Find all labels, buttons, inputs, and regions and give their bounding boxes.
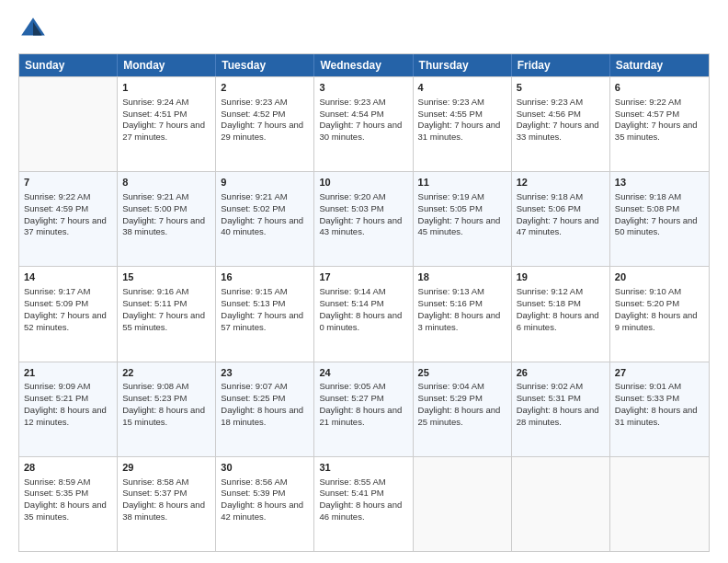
sunrise: Sunrise: 9:01 AM [615, 381, 681, 391]
sunrise: Sunrise: 9:23 AM [517, 97, 583, 107]
logo [18, 15, 53, 44]
day-number: 6 [615, 81, 704, 95]
sunset: Sunset: 5:35 PM [24, 488, 88, 498]
day-number: 12 [517, 176, 605, 190]
day-number: 5 [517, 81, 605, 95]
calendar-cell: 23Sunrise: 9:07 AMSunset: 5:25 PMDayligh… [216, 362, 314, 456]
calendar-cell: 19Sunrise: 9:12 AMSunset: 5:18 PMDayligh… [512, 267, 610, 361]
sunset: Sunset: 4:55 PM [418, 109, 483, 119]
daylight: Daylight: 7 hours and 27 minutes. [122, 120, 205, 142]
logo-icon [18, 15, 48, 44]
day-number: 3 [319, 81, 407, 95]
calendar-row: 1Sunrise: 9:24 AMSunset: 4:51 PMDaylight… [19, 76, 709, 171]
day-number: 1 [122, 81, 210, 95]
daylight: Daylight: 8 hours and 3 minutes. [418, 310, 501, 332]
sunrise: Sunrise: 8:58 AM [122, 477, 188, 487]
daylight: Daylight: 7 hours and 33 minutes. [517, 120, 599, 142]
sunset: Sunset: 5:29 PM [418, 393, 483, 403]
calendar-body: 1Sunrise: 9:24 AMSunset: 4:51 PMDaylight… [19, 76, 709, 551]
day-number: 29 [122, 461, 210, 475]
daylight: Daylight: 8 hours and 38 minutes. [122, 500, 205, 522]
calendar-header: SundayMondayTuesdayWednesdayThursdayFrid… [19, 54, 709, 76]
sunrise: Sunrise: 9:12 AM [517, 286, 583, 296]
sunrise: Sunrise: 9:21 AM [122, 191, 188, 201]
sunset: Sunset: 4:51 PM [122, 109, 187, 119]
sunrise: Sunrise: 8:56 AM [221, 477, 287, 487]
calendar-cell: 16Sunrise: 9:15 AMSunset: 5:13 PMDayligh… [216, 267, 314, 361]
day-number: 7 [24, 176, 112, 190]
sunrise: Sunrise: 9:18 AM [615, 191, 681, 201]
day-number: 26 [517, 366, 605, 380]
sunset: Sunset: 5:08 PM [615, 203, 679, 213]
calendar-cell: 5Sunrise: 9:23 AMSunset: 4:56 PMDaylight… [512, 77, 610, 171]
sunrise: Sunrise: 9:23 AM [221, 97, 287, 107]
daylight: Daylight: 7 hours and 45 minutes. [418, 215, 501, 237]
day-number: 21 [24, 366, 112, 380]
calendar-cell: 28Sunrise: 8:59 AMSunset: 5:35 PMDayligh… [19, 457, 118, 551]
day-number: 13 [615, 176, 704, 190]
sunrise: Sunrise: 9:05 AM [319, 381, 385, 391]
sunrise: Sunrise: 8:59 AM [24, 477, 90, 487]
weekday-header: Saturday [610, 54, 709, 76]
day-number: 14 [24, 270, 112, 284]
daylight: Daylight: 7 hours and 35 minutes. [615, 120, 698, 142]
calendar-cell: 29Sunrise: 8:58 AMSunset: 5:37 PMDayligh… [118, 457, 216, 551]
calendar-cell: 13Sunrise: 9:18 AMSunset: 5:08 PMDayligh… [610, 172, 709, 266]
weekday-header: Monday [118, 54, 216, 76]
day-number: 24 [319, 366, 407, 380]
calendar-row: 7Sunrise: 9:22 AMSunset: 4:59 PMDaylight… [19, 171, 709, 266]
daylight: Daylight: 7 hours and 40 minutes. [221, 215, 303, 237]
weekday-header: Sunday [19, 54, 118, 76]
sunset: Sunset: 5:33 PM [615, 393, 679, 403]
daylight: Daylight: 8 hours and 42 minutes. [221, 500, 303, 522]
day-number: 11 [418, 176, 506, 190]
sunset: Sunset: 5:11 PM [122, 298, 187, 308]
day-number: 22 [122, 366, 210, 380]
day-number: 2 [221, 81, 309, 95]
sunset: Sunset: 5:13 PM [221, 298, 285, 308]
day-number: 4 [418, 81, 506, 95]
sunset: Sunset: 5:05 PM [418, 203, 483, 213]
sunrise: Sunrise: 9:16 AM [122, 286, 188, 296]
calendar-cell: 25Sunrise: 9:04 AMSunset: 5:29 PMDayligh… [414, 362, 512, 456]
sunset: Sunset: 5:06 PM [517, 203, 581, 213]
calendar-cell: 30Sunrise: 8:56 AMSunset: 5:39 PMDayligh… [216, 457, 314, 551]
calendar-cell: 2Sunrise: 9:23 AMSunset: 4:52 PMDaylight… [216, 77, 314, 171]
calendar-cell: 17Sunrise: 9:14 AMSunset: 5:14 PMDayligh… [314, 267, 413, 361]
day-number: 20 [615, 270, 704, 284]
sunset: Sunset: 5:37 PM [122, 488, 187, 498]
sunrise: Sunrise: 9:22 AM [24, 191, 90, 201]
daylight: Daylight: 8 hours and 31 minutes. [615, 405, 698, 427]
sunset: Sunset: 5:14 PM [319, 298, 383, 308]
daylight: Daylight: 7 hours and 55 minutes. [122, 310, 205, 332]
weekday-header: Tuesday [216, 54, 314, 76]
day-number: 27 [615, 366, 704, 380]
sunrise: Sunrise: 9:07 AM [221, 381, 287, 391]
calendar-cell: 15Sunrise: 9:16 AMSunset: 5:11 PMDayligh… [118, 267, 216, 361]
sunrise: Sunrise: 9:08 AM [122, 381, 188, 391]
daylight: Daylight: 8 hours and 18 minutes. [221, 405, 303, 427]
calendar-cell: 4Sunrise: 9:23 AMSunset: 4:55 PMDaylight… [414, 77, 512, 171]
sunset: Sunset: 5:41 PM [319, 488, 383, 498]
calendar-cell [414, 457, 512, 551]
sunrise: Sunrise: 9:02 AM [517, 381, 583, 391]
calendar-cell: 1Sunrise: 9:24 AMSunset: 4:51 PMDaylight… [118, 77, 216, 171]
day-number: 19 [517, 270, 605, 284]
calendar-cell: 8Sunrise: 9:21 AMSunset: 5:00 PMDaylight… [118, 172, 216, 266]
sunrise: Sunrise: 9:13 AM [418, 286, 484, 296]
day-number: 30 [221, 461, 309, 475]
day-number: 25 [418, 366, 506, 380]
sunset: Sunset: 5:09 PM [24, 298, 88, 308]
sunrise: Sunrise: 9:14 AM [319, 286, 385, 296]
svg-marker-1 [33, 22, 42, 35]
calendar-row: 28Sunrise: 8:59 AMSunset: 5:35 PMDayligh… [19, 456, 709, 551]
daylight: Daylight: 8 hours and 9 minutes. [615, 310, 698, 332]
daylight: Daylight: 7 hours and 37 minutes. [24, 215, 107, 237]
sunrise: Sunrise: 9:24 AM [122, 97, 188, 107]
calendar-cell: 11Sunrise: 9:19 AMSunset: 5:05 PMDayligh… [414, 172, 512, 266]
day-number: 8 [122, 176, 210, 190]
calendar-cell: 24Sunrise: 9:05 AMSunset: 5:27 PMDayligh… [314, 362, 413, 456]
sunset: Sunset: 5:25 PM [221, 393, 285, 403]
daylight: Daylight: 8 hours and 15 minutes. [122, 405, 205, 427]
day-number: 28 [24, 461, 112, 475]
